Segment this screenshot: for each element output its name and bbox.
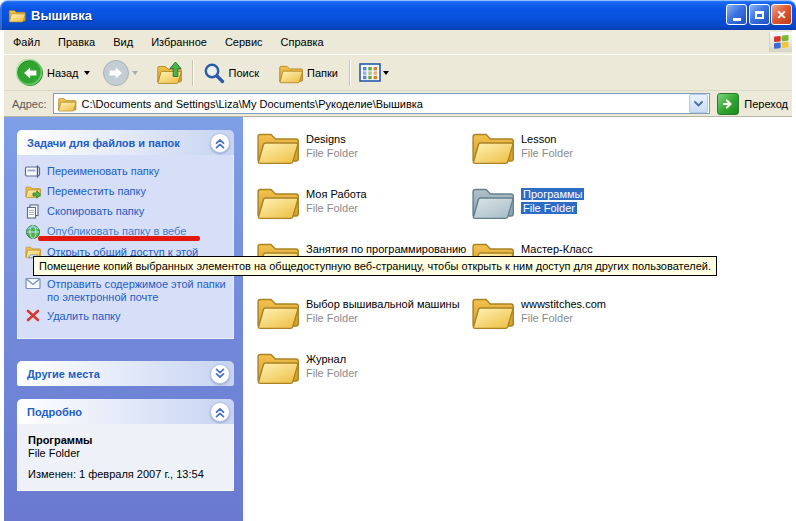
- menu-favorites[interactable]: Избранное: [142, 32, 216, 52]
- panel-title: Другие места: [27, 368, 210, 380]
- maximize-button[interactable]: [749, 4, 770, 25]
- expand-button[interactable]: [210, 364, 230, 384]
- panel-title: Подробно: [27, 406, 210, 418]
- close-button[interactable]: ✕: [771, 4, 792, 25]
- panel-details: Подробно Программы File Folder Изменен: …: [17, 399, 234, 491]
- folder-tile-wwwstitches[interactable]: wwwstitches.com File Folder: [470, 292, 682, 338]
- folder-type: File Folder: [521, 312, 573, 324]
- search-label: Поиск: [229, 67, 259, 79]
- folder-tile-designs[interactable]: Designs File Folder: [255, 127, 467, 173]
- menu-help[interactable]: Справка: [272, 32, 333, 52]
- address-dropdown-button[interactable]: [689, 94, 708, 113]
- folder-type: File Folder: [306, 367, 358, 379]
- task-label: Отправить содержимое этой папки по элект…: [47, 278, 229, 304]
- go-label: Переход: [744, 98, 788, 110]
- folder-tile-zhurnal[interactable]: Журнал File Folder: [255, 347, 467, 393]
- back-button[interactable]: Назад: [12, 53, 98, 92]
- address-input[interactable]: C:\Documents and Settings\Liza\My Docume…: [53, 93, 711, 114]
- menu-bar: Файл Правка Вид Избранное Сервис Справка: [4, 30, 792, 55]
- folder-name: Мастер-Класс: [521, 243, 593, 255]
- delete-icon: [24, 309, 42, 322]
- task-label: Переместить папку: [47, 185, 146, 199]
- windows-logo-icon: [769, 32, 792, 52]
- views-dropdown-icon[interactable]: [383, 71, 389, 75]
- details-item-modified: Изменен: 1 февраля 2007 г., 13:54: [28, 468, 225, 480]
- folder-icon: [470, 293, 515, 331]
- menu-file[interactable]: Файл: [4, 32, 49, 52]
- file-list-area[interactable]: Designs File Folder Lesson File Folder М…: [243, 117, 792, 521]
- explorer-window: Вышивка ✕ Файл Правка Вид Избранное Серв…: [0, 0, 796, 521]
- folder-name: Занятия по программированию: [306, 243, 466, 255]
- views-icon: [359, 63, 381, 82]
- task-copy-folder[interactable]: Скопировать папку: [24, 205, 229, 219]
- toolbar-separator: [192, 60, 194, 86]
- go-button[interactable]: Переход: [717, 93, 788, 115]
- task-email-folder[interactable]: Отправить содержимое этой папки по элект…: [24, 278, 229, 304]
- panel-header-tasks[interactable]: Задачи для файлов и папок: [17, 130, 234, 155]
- folder-type: File Folder: [306, 312, 358, 324]
- window-title: Вышивка: [31, 8, 92, 23]
- task-delete-folder[interactable]: Удалить папку: [24, 310, 229, 323]
- folder-name: Моя Работа: [306, 188, 367, 200]
- chevron-down-icon: [694, 101, 703, 107]
- task-pane: Задачи для файлов и папок Переименовать …: [4, 117, 243, 521]
- up-button[interactable]: [152, 53, 188, 92]
- menu-view[interactable]: Вид: [104, 32, 142, 52]
- folder-name: Lesson: [521, 133, 556, 145]
- minimize-button[interactable]: [726, 4, 747, 25]
- views-button[interactable]: [355, 53, 397, 92]
- forward-button[interactable]: [98, 53, 146, 92]
- folders-icon: [278, 62, 304, 84]
- chevron-down-icon: [212, 366, 228, 382]
- panel-other-places: Другие места: [17, 361, 234, 386]
- panel-title: Задачи для файлов и папок: [27, 137, 210, 149]
- folder-icon: [255, 183, 300, 221]
- collapse-button[interactable]: [210, 402, 230, 422]
- minimize-icon: [733, 18, 741, 21]
- toolbar: Назад Поиск: [4, 55, 792, 91]
- folder-name: Программы: [521, 188, 584, 200]
- copy-icon: [24, 204, 42, 219]
- folder-icon: [255, 293, 300, 331]
- panel-header-other-places[interactable]: Другие места: [17, 361, 234, 386]
- panel-header-details[interactable]: Подробно: [17, 399, 234, 424]
- red-annotation-underline: [38, 236, 200, 241]
- folder-tile-moya-rabota[interactable]: Моя Работа File Folder: [255, 182, 467, 228]
- folder-icon: [255, 348, 300, 386]
- task-move-folder[interactable]: Переместить папку: [24, 185, 229, 199]
- address-label: Адрес:: [12, 98, 47, 110]
- move-icon: [24, 184, 42, 199]
- folders-button[interactable]: Папки: [274, 53, 345, 92]
- address-bar: Адрес: C:\Documents and Settings\Liza\My…: [4, 91, 792, 117]
- folder-type: File Folder: [521, 147, 573, 159]
- folder-type: File Folder: [306, 147, 358, 159]
- content-area: Задачи для файлов и папок Переименовать …: [4, 117, 792, 521]
- toolbar-separator: [349, 60, 351, 86]
- folder-type: File Folder: [521, 202, 577, 214]
- back-dropdown-icon[interactable]: [84, 71, 90, 75]
- panel-body-tasks: Переименовать папку Переместить папку: [17, 155, 234, 339]
- folder-name: wwwstitches.com: [521, 298, 606, 310]
- search-button[interactable]: Поиск: [198, 53, 266, 92]
- back-icon: [16, 59, 44, 87]
- menu-tools[interactable]: Сервис: [216, 32, 272, 52]
- folder-tile-lesson[interactable]: Lesson File Folder: [470, 127, 682, 173]
- task-label: Удалить папку: [47, 310, 121, 323]
- menu-edit[interactable]: Правка: [49, 32, 104, 52]
- email-icon: [24, 277, 42, 290]
- folder-tile-programmy-selected[interactable]: Программы File Folder: [470, 182, 682, 228]
- collapse-button[interactable]: [210, 133, 230, 153]
- details-item-name: Программы: [28, 434, 225, 446]
- task-label: Скопировать папку: [47, 205, 144, 219]
- task-rename-folder[interactable]: Переименовать папку: [24, 165, 229, 179]
- folder-tile-vybor-mashiny[interactable]: Выбор вышивальной машины File Folder: [255, 292, 467, 338]
- title-bar[interactable]: Вышивка ✕: [0, 0, 796, 30]
- folder-icon: [57, 96, 77, 112]
- address-path: C:\Documents and Settings\Liza\My Docume…: [82, 98, 690, 110]
- folders-label: Папки: [307, 67, 338, 79]
- go-arrow-icon: [717, 93, 739, 115]
- folder-type: File Folder: [306, 202, 358, 214]
- forward-icon: [102, 59, 130, 87]
- folder-name: Журнал: [306, 353, 346, 365]
- folder-icon: [8, 8, 26, 23]
